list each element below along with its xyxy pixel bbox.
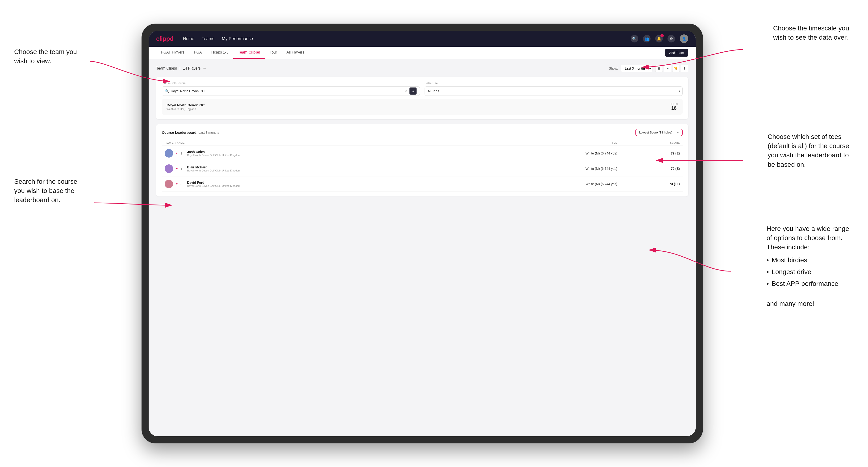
tablet-device: clippd Home Teams My Performance 🔍 👥 🔔 1… [142, 24, 703, 443]
player-cell-3: ♥ 3 David Ford Royal North Devon Golf Cl… [165, 180, 473, 188]
tab-pgat-players[interactable]: PGAT Players [156, 47, 189, 59]
player-avatar-2 [165, 164, 173, 173]
player-tee-2: White (M) (6,744 yds) [476, 161, 620, 177]
player-avatar-1 [165, 149, 173, 158]
player-tee-1: White (M) (6,744 yds) [476, 146, 620, 161]
tablet-screen: clippd Home Teams My Performance 🔍 👥 🔔 1… [149, 31, 696, 436]
course-search-group: Find a Golf Course 🔍 × ★ [162, 82, 420, 96]
notification-badge: 1 [660, 34, 664, 37]
heart-icon-2: ♥ [176, 167, 178, 170]
trophy-button[interactable]: 🏆 [672, 65, 680, 72]
tab-team-clippd[interactable]: Team Clippd [233, 47, 265, 59]
nav-link-teams[interactable]: Teams [202, 36, 214, 41]
search-icon[interactable]: 🔍 [631, 35, 638, 42]
user-avatar[interactable]: 👤 [680, 34, 688, 43]
player-score-3: 73 (+1) [620, 177, 683, 192]
tee-label: Select Tee [425, 82, 683, 85]
course-result-row: Royal North Devon GC Westward Hol, Engla… [162, 99, 683, 115]
chevron-down-icon: ▾ [677, 131, 679, 134]
course-location: Westward Hol, England [166, 107, 205, 111]
holes-label: Holes [670, 103, 678, 105]
nav-link-my-performance[interactable]: My Performance [222, 36, 253, 41]
annotation-bottom-right: Here you have a wide range of options to… [767, 224, 849, 308]
annotation-top-right: Choose the timescale you wish to see the… [773, 24, 849, 42]
player-name-3: David Ford [187, 181, 240, 184]
list-view-button[interactable]: ≡ [664, 65, 671, 72]
leaderboard-table: PLAYER NAME TEE SCORE ♥ 1 [162, 140, 683, 192]
show-label: Show: [609, 66, 618, 70]
rank-3: 3 [181, 182, 184, 186]
notification-icon[interactable]: 🔔 1 [655, 35, 663, 42]
player-name-2: Blair McHarg [187, 165, 240, 169]
player-club-3: Royal North Devon Golf Club, United King… [187, 184, 240, 187]
nav-links: Home Teams My Performance [183, 36, 631, 41]
team-name: Team Clippd [156, 66, 177, 70]
course-search-input[interactable] [171, 89, 403, 93]
course-name: Royal North Devon GC [166, 103, 205, 107]
add-team-button[interactable]: Add Team [665, 49, 688, 57]
player-name-1: Josh Coles [187, 150, 240, 154]
download-button[interactable]: ⬇ [681, 65, 688, 72]
brand-logo: clippd [156, 35, 174, 42]
table-row: ♥ 3 David Ford Royal North Devon Golf Cl… [162, 177, 683, 192]
leaderboard-card: Course Leaderboard, Last 3 months Lowest… [156, 124, 688, 196]
heart-icon-3: ♥ [176, 182, 178, 186]
course-info: Royal North Devon GC Westward Hol, Engla… [166, 103, 205, 111]
edit-icon[interactable]: ✏ [203, 66, 206, 70]
bullet-1: Most birdies [767, 254, 849, 266]
score-type-select[interactable]: Lowest Score (18 holes) ▾ [636, 129, 683, 136]
annotation-mid-left: Search for the course you wish to base t… [14, 177, 78, 205]
player-count: | [180, 66, 181, 70]
nav-link-home[interactable]: Home [183, 36, 194, 41]
sub-nav-tabs: PGAT Players PGA Hcaps 1-5 Team Clippd T… [156, 47, 309, 59]
player-cell-1: ♥ 1 Josh Coles Royal North Devon Golf Cl… [165, 149, 473, 158]
bullet-2: Longest drive [767, 266, 849, 278]
col-score: SCORE [620, 140, 683, 146]
sub-navbar: PGAT Players PGA Hcaps 1-5 Team Clippd T… [149, 47, 696, 59]
leaderboard-header: Course Leaderboard, Last 3 months Lowest… [162, 129, 683, 136]
settings-icon[interactable]: ⚙ [668, 35, 675, 42]
nav-icons-group: 🔍 👥 🔔 1 ⚙ 👤 [631, 34, 688, 43]
tab-tour[interactable]: Tour [265, 47, 282, 59]
col-player-name: PLAYER NAME [162, 140, 476, 146]
bullet-3: Best APP performance [767, 278, 849, 290]
tab-hcaps[interactable]: Hcaps 1-5 [207, 47, 233, 59]
view-icons: ⊞ ≡ 🏆 ⬇ [655, 65, 688, 72]
player-count-label: 14 Players [183, 66, 201, 70]
course-search-input-wrap: 🔍 × ★ [162, 86, 420, 96]
favorite-button[interactable]: ★ [409, 87, 417, 95]
player-club-2: Royal North Devon Golf Club, United King… [187, 169, 240, 172]
users-icon[interactable]: 👥 [643, 35, 651, 42]
tee-select[interactable]: All Tees [425, 86, 683, 96]
player-cell-2: ♥ 1 Blair McHarg Royal North Devon Golf … [165, 164, 473, 173]
grid-view-button[interactable]: ⊞ [655, 65, 663, 72]
player-avatar-3 [165, 180, 173, 188]
player-tee-3: White (M) (6,744 yds) [476, 177, 620, 192]
tab-all-players[interactable]: All Players [282, 47, 309, 59]
player-score-1: 72 (E) [620, 146, 683, 161]
search-card: Find a Golf Course 🔍 × ★ Select Tee Al [156, 77, 688, 119]
leaderboard-title: Course Leaderboard, [162, 130, 197, 134]
team-title: Team Clippd | 14 Players ✏ [156, 66, 206, 70]
team-header-bar: Team Clippd | 14 Players ✏ Show: Last 3 … [156, 65, 688, 72]
clear-search-button[interactable]: × [405, 89, 407, 93]
holes-number: 18 [671, 105, 677, 111]
bullet-list: Most birdies Longest drive Best APP perf… [767, 254, 849, 290]
player-club-1: Royal North Devon Golf Club, United King… [187, 154, 240, 157]
main-content: Team Clippd | 14 Players ✏ Show: Last 3 … [149, 59, 696, 436]
find-course-label: Find a Golf Course [162, 82, 420, 85]
table-row: ♥ 1 Josh Coles Royal North Devon Golf Cl… [162, 146, 683, 161]
col-tee: TEE [476, 140, 620, 146]
leaderboard-title-group: Course Leaderboard, Last 3 months [162, 130, 219, 135]
time-period-select[interactable]: Last 3 months [621, 65, 652, 72]
team-controls: Show: Last 3 months ⊞ ≡ 🏆 ⬇ [609, 65, 688, 72]
tee-select-group: Select Tee All Tees [425, 82, 683, 96]
tab-pga[interactable]: PGA [189, 47, 207, 59]
score-type-label: Lowest Score (18 holes) [639, 131, 672, 134]
rank-1: 1 [181, 152, 184, 155]
heart-icon-1: ♥ [176, 152, 178, 155]
rank-2: 1 [181, 167, 184, 170]
main-navbar: clippd Home Teams My Performance 🔍 👥 🔔 1… [149, 31, 696, 47]
search-icon-small: 🔍 [165, 89, 169, 93]
annotation-mid-right: Choose which set of tees (default is all… [768, 132, 849, 169]
